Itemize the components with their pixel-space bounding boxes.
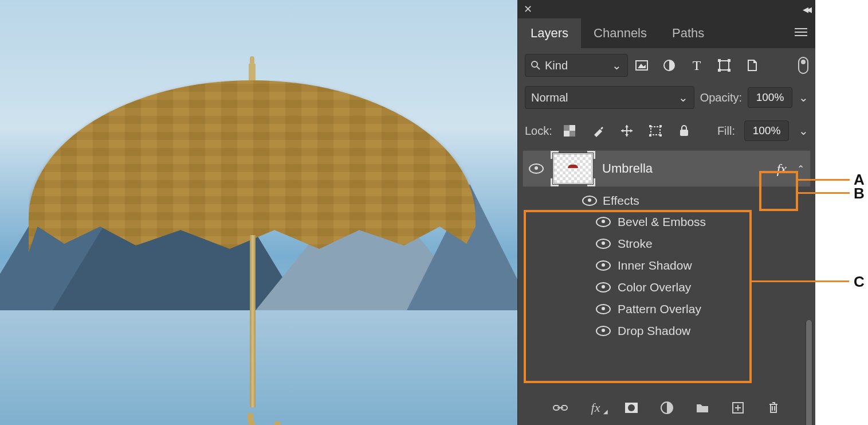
filter-adjustment-icon[interactable] [661,57,677,73]
search-icon [531,61,540,70]
effects-header[interactable]: Effects [580,190,746,211]
callout-label-b: B [854,185,865,202]
svg-rect-19 [649,134,651,137]
opacity-value-input[interactable]: 100% [748,87,792,108]
lock-position-icon[interactable] [619,123,635,139]
filter-pixel-icon[interactable] [634,57,650,73]
lock-transparency-icon[interactable] [561,123,578,139]
callout-line [752,280,849,282]
effect-label: Bevel & Emboss [618,215,706,229]
fx-badge-icon[interactable]: fx [775,161,789,177]
filter-kind-label: Kind [545,59,568,72]
collapse-icon[interactable]: ◂◂ [803,2,810,16]
svg-point-3 [532,61,537,67]
close-icon[interactable]: ✕ [524,3,532,15]
opacity-label: Opacity: [700,91,742,104]
umbrella-artwork [29,46,476,413]
callout-line [798,192,850,194]
visibility-eye-icon[interactable] [596,304,611,314]
svg-rect-16 [651,127,660,135]
fill-value-input[interactable]: 100% [744,120,789,141]
chevron-down-icon: ⌄ [678,91,688,104]
filter-type-icon[interactable]: T [689,57,705,73]
filter-smartobject-icon[interactable] [744,57,760,73]
lock-label: Lock: [525,124,552,138]
opacity-dropdown-icon[interactable]: ⌄ [798,91,808,104]
effect-item[interactable]: Pattern Overlay [580,298,746,320]
blend-mode-value: Normal [531,91,568,104]
effects-header-label: Effects [603,194,639,208]
tab-channels[interactable]: Channels [581,18,659,48]
effect-item[interactable]: Bevel & Emboss [580,211,746,233]
filter-kind-select[interactable]: Kind ⌄ [525,54,628,77]
visibility-eye-icon[interactable] [596,282,611,293]
layer-name-label[interactable]: Umbrella [602,161,767,176]
svg-point-26 [628,404,635,411]
adjustment-layer-icon[interactable] [659,401,674,415]
svg-rect-11 [718,69,721,72]
filter-toggle-switch[interactable] [798,57,808,74]
effect-label: Pattern Overlay [618,302,701,316]
layer-effects-list: Effects Bevel & Emboss Stroke Inner Shad… [580,190,746,342]
lock-artboard-icon[interactable] [647,123,663,139]
tab-paths[interactable]: Paths [659,18,717,48]
fill-label: Fill: [717,124,735,138]
svg-rect-12 [728,69,730,72]
document-canvas[interactable] [0,0,517,425]
layer-style-fx-icon[interactable]: fx◢ [588,401,603,415]
effect-label: Inner Shadow [618,259,692,272]
svg-marker-6 [638,64,646,68]
svg-rect-17 [649,125,651,127]
svg-line-4 [537,67,540,69]
effect-label: Drop Shadow [618,324,690,338]
svg-rect-15 [569,131,575,137]
svg-rect-21 [680,130,688,136]
lock-all-icon[interactable] [676,123,692,139]
layers-panel: ✕ ◂◂ Layers Channels Paths Kind ⌄ T Norm… [517,0,815,425]
effect-label: Color Overlay [618,280,691,294]
svg-rect-8 [720,61,729,70]
layer-thumbnail[interactable] [552,152,594,185]
filter-shape-icon[interactable] [716,57,732,73]
panel-menu-icon[interactable] [787,18,815,48]
visibility-eye-icon[interactable] [596,326,611,336]
new-layer-icon[interactable] [730,401,745,415]
panel-tabs: Layers Channels Paths [518,18,815,48]
lock-pixels-icon[interactable] [590,123,606,139]
effect-item[interactable]: Stroke [580,233,746,255]
layers-panel-footer: fx◢ [518,395,815,420]
delete-trash-icon[interactable] [766,401,781,415]
visibility-eye-icon[interactable] [596,217,611,227]
fx-collapse-caret-icon[interactable]: ⌃ [797,163,804,174]
link-layers-icon[interactable] [553,401,568,415]
layer-mask-icon[interactable] [624,401,639,415]
fill-dropdown-icon[interactable]: ⌄ [798,124,808,138]
visibility-eye-icon[interactable] [582,196,597,206]
svg-rect-10 [728,59,730,62]
layer-row-umbrella[interactable]: Umbrella fx ⌃ [523,150,811,187]
tab-layers[interactable]: Layers [518,18,581,48]
effect-label: Stroke [618,237,653,251]
svg-rect-18 [659,125,662,127]
group-folder-icon[interactable] [695,401,710,415]
svg-rect-20 [659,134,662,137]
svg-rect-14 [564,125,569,131]
visibility-eye-icon[interactable] [529,163,544,174]
callout-label-c: C [854,273,865,291]
callout-line [798,179,850,181]
blend-mode-select[interactable]: Normal ⌄ [525,86,694,109]
svg-rect-9 [718,59,721,62]
effect-item[interactable]: Color Overlay [580,276,746,298]
visibility-eye-icon[interactable] [596,260,611,271]
effect-item[interactable]: Inner Shadow [580,255,746,276]
visibility-eye-icon[interactable] [596,239,611,249]
effect-item[interactable]: Drop Shadow [580,320,746,342]
chevron-down-icon: ⌄ [612,59,622,72]
